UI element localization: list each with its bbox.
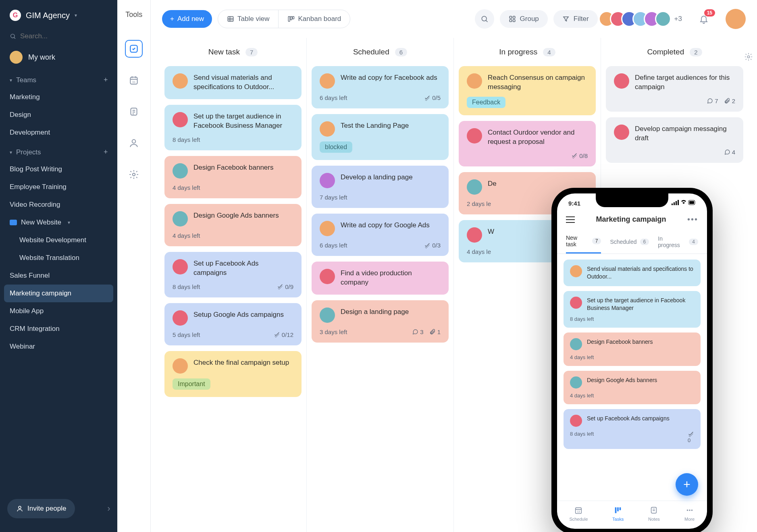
sidebar-project-item[interactable]: Webinar (4, 338, 113, 355)
task-card[interactable]: Check the final campaign setupImportant (164, 351, 302, 397)
svg-rect-23 (689, 201, 694, 204)
search-button[interactable] (475, 9, 494, 29)
chevron-down-icon: ▾ (10, 150, 12, 155)
phone-task-card[interactable]: Design Google Ads banners4 days left (564, 371, 701, 404)
phone-task-card[interactable]: Send visual materials and specifications… (564, 260, 701, 286)
sidebar-project-item[interactable]: Video Recording (4, 196, 113, 214)
sidebar-team-item[interactable]: Marketing (4, 88, 113, 106)
task-card[interactable]: Define target audiences for this campaig… (606, 66, 743, 112)
task-title: Check the final campaign setup (193, 358, 289, 374)
phone-add-button[interactable]: + (676, 473, 698, 496)
phone-card-list[interactable]: Send visual materials and specifications… (557, 254, 707, 501)
attachments-count: 1 (429, 328, 441, 335)
invite-people-button[interactable]: Invite people (7, 499, 75, 518)
phone-bottom-nav: 13ScheduleTasksNotesMore (557, 501, 707, 529)
board-settings-icon[interactable] (744, 52, 753, 61)
task-title: Contact Ourdoor vendor and request a pro… (488, 128, 588, 147)
search-input[interactable] (20, 32, 108, 40)
assignee-avatar (320, 269, 335, 284)
add-team-button[interactable]: + (104, 76, 108, 84)
comments-count: 3 (412, 328, 423, 335)
workspace-switcher[interactable]: G GIM Agency ▾ (4, 6, 113, 25)
sidebar-team-item[interactable]: Development (4, 124, 113, 141)
sidebar-project-folder[interactable]: New Website▾ (4, 214, 113, 231)
member-avatars[interactable]: +3 (603, 11, 682, 27)
add-project-button[interactable]: + (104, 148, 108, 156)
collapse-sidebar-icon[interactable]: › (107, 503, 110, 514)
phone-tab[interactable]: New task7 (566, 235, 601, 254)
sidebar-project-item[interactable]: CRM Integration (4, 320, 113, 338)
more-icon[interactable]: ••• (687, 215, 698, 224)
task-card[interactable]: Develop campaign messaging draft4 (606, 117, 743, 163)
notifications-button[interactable]: 15 (696, 11, 712, 27)
task-card[interactable]: Test the Landing Pageblocked (312, 114, 449, 160)
calendar-tool-icon[interactable]: 31 (125, 71, 143, 89)
sidebar-project-item[interactable]: Employee Training (4, 178, 113, 196)
people-tool-icon[interactable] (125, 134, 143, 152)
phone-tab[interactable]: Scheduled6 (610, 235, 649, 254)
sidebar-project-item[interactable]: Mobile App (4, 302, 113, 320)
svg-point-12 (482, 16, 487, 21)
add-new-button[interactable]: + Add new (162, 10, 212, 28)
signal-icons (672, 200, 696, 207)
more-avatars[interactable]: +3 (674, 15, 682, 23)
assignee-avatar (173, 310, 188, 326)
group-button[interactable]: Group (500, 10, 548, 28)
search-row[interactable] (4, 25, 113, 45)
sidebar-team-item[interactable]: Design (4, 106, 113, 124)
task-card[interactable]: Set up Facebook Ads campaigns8 days left… (164, 252, 302, 297)
chevron-down-icon: ▾ (75, 12, 77, 18)
tasks-tool-icon[interactable] (125, 40, 143, 58)
teams-section-header[interactable]: ▾Teams + (4, 69, 113, 88)
task-title: Set up the target audience in Facebook B… (193, 112, 293, 131)
hamburger-icon[interactable] (566, 216, 575, 223)
task-card[interactable]: Reach Consensus on campaign messagingFee… (459, 66, 596, 115)
task-card[interactable]: Send visual materials and specifications… (164, 66, 302, 99)
filter-button[interactable]: Filter (553, 10, 598, 28)
phone-notch (596, 193, 668, 207)
task-card[interactable]: Design Facebook banners4 days left (164, 156, 302, 198)
phone-task-card[interactable]: Design Facebook banners4 days left (564, 332, 701, 366)
task-tag: Feedback (467, 97, 505, 108)
task-card[interactable]: Contact Ourdoor vendor and request a pro… (459, 121, 596, 166)
current-user-avatar[interactable] (726, 9, 746, 29)
due-date: 2 days le (467, 200, 491, 207)
main-content: + Add new Table view Kanban board Group (151, 0, 757, 532)
sidebar-project-item[interactable]: Marketing campaign (4, 285, 113, 302)
sidebar-project-item[interactable]: Website Development (4, 231, 113, 249)
task-card[interactable]: Write ad copy for Facebook ads6 days lef… (312, 66, 449, 108)
sidebar-project-item[interactable]: Website Translation (4, 249, 113, 267)
phone-tab[interactable]: In progress4 (658, 235, 698, 254)
phone-task-card[interactable]: Set up Facebook Ads campaigns8 days left… (564, 409, 701, 449)
projects-section-header[interactable]: ▾Projects + (4, 141, 113, 160)
workspace-logo: G (10, 10, 21, 21)
assignee-avatar (173, 358, 188, 374)
task-card[interactable]: Find a video production company (312, 262, 449, 295)
phone-bottom-nav-item[interactable]: Notes (648, 505, 660, 522)
task-card[interactable]: Develop a landing page7 days left (312, 166, 449, 208)
settings-tool-icon[interactable] (125, 166, 143, 183)
sidebar-project-item[interactable]: Sales Funnel (4, 267, 113, 285)
svg-point-30 (686, 509, 688, 511)
my-work-link[interactable]: My work (4, 45, 113, 69)
svg-rect-13 (510, 16, 512, 18)
assignee-avatar (320, 173, 335, 188)
table-view-button[interactable]: Table view (218, 10, 279, 28)
phone-bottom-nav-item[interactable]: More (684, 505, 695, 522)
task-title: Set up the target audience in Facebook B… (587, 297, 694, 312)
task-card[interactable]: Design a landing page3 days left31 (312, 300, 449, 343)
task-title: Send visual materials and specifications… (587, 265, 694, 281)
task-card[interactable]: Write ad copy for Google Ads6 days left0… (312, 214, 449, 256)
sidebar-project-item[interactable]: Blog Post Writing (4, 160, 113, 178)
phone-bottom-nav-item[interactable]: 13Schedule (569, 505, 588, 522)
task-card[interactable]: Setup Google Ads campaigns5 days left0/1… (164, 303, 302, 345)
task-title: Design a landing page (341, 308, 409, 323)
task-card[interactable]: Design Google Ads banners4 days left (164, 204, 302, 246)
notes-tool-icon[interactable] (125, 103, 143, 121)
svg-point-17 (747, 56, 750, 58)
phone-bottom-nav-item[interactable]: Tasks (612, 505, 624, 522)
task-tag: blocked (320, 141, 352, 153)
task-card[interactable]: Set up the target audience in Facebook B… (164, 105, 302, 150)
kanban-view-button[interactable]: Kanban board (279, 10, 350, 28)
phone-task-card[interactable]: Set up the target audience in Facebook B… (564, 291, 701, 328)
